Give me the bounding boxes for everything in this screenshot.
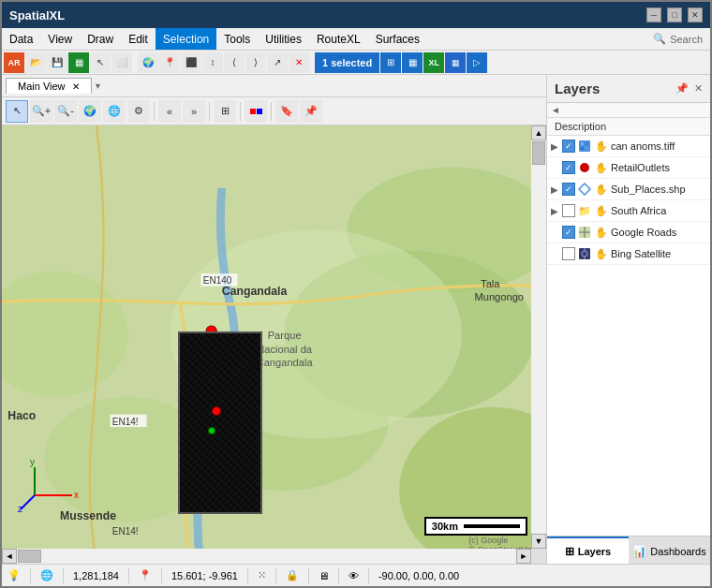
status-dots: ⁙: [258, 569, 266, 581]
layers-close-icon[interactable]: ✕: [694, 82, 703, 95]
bookmark-tool[interactable]: 🔖: [275, 100, 298, 123]
layer-item-bing-satellite[interactable]: ✋ Bing Satellite: [547, 243, 710, 265]
minimize-button[interactable]: ─: [646, 7, 661, 22]
layer-item-south-africa[interactable]: ▶ 📁 ✋ South Africa: [547, 200, 710, 222]
cursor-tool[interactable]: ↖: [90, 52, 111, 73]
ar-button[interactable]: AR: [4, 52, 24, 73]
gear-tool[interactable]: ⚙: [127, 100, 150, 123]
map-viewport[interactable]: EN140 EN14! EN14! Cangandala Parque Naci…: [2, 125, 546, 564]
menu-view[interactable]: View: [40, 28, 80, 50]
status-globe-icon: 🌐: [40, 569, 53, 581]
scroll-right-btn[interactable]: ►: [516, 549, 531, 564]
layer-check-retail[interactable]: ✓: [562, 161, 575, 174]
menu-edit[interactable]: Edit: [121, 28, 156, 50]
maximize-button[interactable]: □: [667, 7, 682, 22]
pin-tool2[interactable]: 📌: [300, 100, 322, 123]
path-tool[interactable]: ↗: [267, 52, 288, 73]
select-tool[interactable]: ⬜: [111, 52, 132, 73]
menu-utilities[interactable]: Utilities: [258, 28, 309, 50]
scale-line: [464, 524, 520, 528]
menu-tools[interactable]: Tools: [216, 28, 258, 50]
grid-tool[interactable]: ⊞: [214, 100, 236, 123]
pin-icon[interactable]: 📌: [675, 82, 689, 95]
layer-item-google-roads[interactable]: ✓ ✋ Google Roads: [547, 222, 710, 243]
poly-tool[interactable]: ⟨: [224, 52, 245, 73]
scroll-down-btn[interactable]: ▼: [531, 534, 546, 549]
status-xy: 15.601; -9.961: [171, 570, 238, 581]
csv-btn[interactable]: ▦: [445, 52, 466, 73]
scroll-up-btn[interactable]: ▲: [531, 125, 546, 140]
svg-point-35: [580, 163, 589, 172]
open-button[interactable]: 📂: [25, 52, 46, 73]
scroll-track-h[interactable]: [17, 549, 516, 564]
close-button[interactable]: ✕: [688, 7, 703, 22]
status-location-icon: 📍: [139, 569, 152, 581]
svg-rect-33: [581, 147, 584, 150]
layer-check-google-roads[interactable]: ✓: [562, 226, 575, 239]
scroll-left-btn[interactable]: ◄: [2, 549, 17, 564]
scroll-track-v[interactable]: [531, 140, 546, 534]
tab-arrow-icon[interactable]: ▾: [96, 81, 100, 91]
select-icon-btn[interactable]: ⊞: [380, 52, 401, 73]
layer-hand-icon5: ✋: [594, 225, 609, 240]
layer-check-can-anoms[interactable]: ✓: [562, 140, 575, 153]
status-rotation-value: -90.00, 0.00, 0.00: [378, 570, 459, 581]
layer-hand-icon4: ✋: [594, 203, 609, 218]
x-tool[interactable]: ✕: [289, 52, 309, 73]
zoom-in-tool[interactable]: 🔍+: [30, 100, 52, 123]
zoom-out-tool[interactable]: 🔍-: [54, 100, 77, 123]
layer-item-retail[interactable]: ✓ ✋ RetailOutlets: [547, 157, 710, 179]
tab-dashboards[interactable]: 📊 Dashboards: [629, 537, 710, 564]
tool-sep4: [271, 102, 272, 121]
titlebar-controls: ─ □ ✕: [646, 7, 703, 22]
layer-check-subplaces[interactable]: ✓: [562, 183, 575, 196]
tool-sep1: [154, 102, 155, 121]
layer-check-south-africa[interactable]: [562, 204, 575, 217]
new-button[interactable]: ▦: [68, 52, 89, 73]
next-tool[interactable]: »: [183, 100, 205, 123]
layers-header: Layers 📌 ✕: [547, 75, 710, 103]
svg-marker-36: [579, 184, 590, 195]
table-btn[interactable]: ▦: [402, 52, 423, 73]
layer-expand-icon: ▶: [551, 141, 562, 152]
tab-close-icon[interactable]: ✕: [72, 81, 80, 92]
status-light: 💡: [7, 569, 21, 581]
main-view-tab[interactable]: Main View ✕: [6, 78, 92, 94]
cursor2-tool[interactable]: ↕: [202, 52, 223, 73]
scroll-thumb-h[interactable]: [18, 550, 41, 563]
layer-item-subplaces[interactable]: ▶ ✓ ✋ Sub_Places.shp: [547, 179, 710, 200]
layers-collapse[interactable]: ◄: [547, 103, 710, 118]
scroll-thumb-v[interactable]: [532, 141, 545, 165]
svg-rect-34: [586, 147, 588, 150]
excel-btn[interactable]: XL: [423, 52, 444, 73]
status-sep3: [128, 568, 129, 583]
menu-data[interactable]: Data: [2, 28, 40, 50]
layer-satellite-icon: [577, 246, 592, 261]
layer-dot-icon: [577, 160, 592, 175]
pin-tool[interactable]: 📍: [159, 52, 180, 73]
layer-check-bing-satellite[interactable]: [562, 247, 575, 260]
vertical-scrollbar[interactable]: ▲ ▼: [531, 125, 546, 549]
horizontal-scrollbar[interactable]: ◄ ►: [2, 549, 531, 564]
globe-tool[interactable]: 🌍: [138, 52, 158, 73]
prev-tool[interactable]: «: [158, 100, 181, 123]
status-coords: 1,281,184: [73, 570, 119, 581]
svg-text:EN14!: EN14!: [112, 417, 139, 427]
tool-sep2: [209, 102, 210, 121]
menu-draw[interactable]: Draw: [80, 28, 121, 50]
export-btn[interactable]: ▷: [467, 52, 487, 73]
lasso-tool[interactable]: ⟩: [245, 52, 266, 73]
save-button[interactable]: 💾: [47, 52, 67, 73]
globe-tool2[interactable]: 🌍: [79, 100, 101, 123]
menu-surfaces[interactable]: Surfaces: [368, 28, 427, 50]
globe-tool3[interactable]: 🌐: [103, 100, 126, 123]
layer-item-can-anoms[interactable]: ▶ ✓ ✋ can anoms.tiff: [547, 136, 710, 157]
menu-routexl[interactable]: RouteXL: [309, 28, 368, 50]
palette-tool[interactable]: [245, 100, 267, 123]
svg-text:Mungongo: Mungongo: [474, 291, 524, 302]
menu-selection[interactable]: Selection: [156, 28, 216, 50]
tab-layers[interactable]: ⊞ Layers: [547, 537, 629, 564]
main-toolbar: AR 📂 💾 ▦ ↖ ⬜ 🌍 📍 ⬛ ↕ ⟨ ⟩ ↗ ✕ 1 selected …: [2, 51, 710, 75]
arrow-tool[interactable]: ↖: [6, 100, 28, 123]
rect-tool[interactable]: ⬛: [181, 52, 201, 73]
